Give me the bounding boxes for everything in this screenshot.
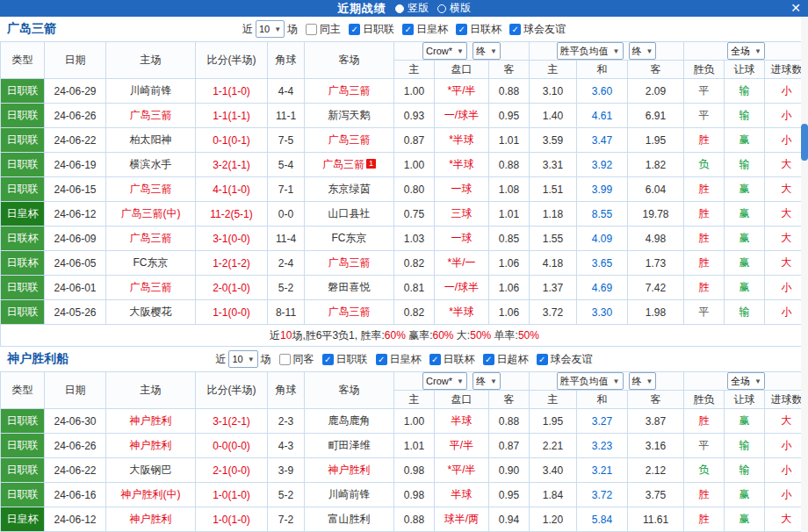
cell-result: 胜 [684,507,725,532]
league-label: 日皇杯 [416,22,448,37]
avg-final-select[interactable]: 终▼ [629,372,657,390]
recent-count-select[interactable]: 10▼ [228,350,257,368]
cell-handicap: *半/一 [435,251,489,276]
cell-odds-home: 0.88 [394,507,435,532]
home-team-name: 川崎前锋 [130,84,172,97]
cell-avg-away: 1.73 [628,251,684,276]
league-checkbox[interactable]: ✓ [456,24,467,35]
cell-odds-home: 1.01 [394,434,435,458]
cell-away-team: 町田泽维 [305,434,394,458]
cell-avg-away: 7.42 [628,276,684,300]
avg-type-select[interactable]: 胜平负均值▼ [557,372,624,390]
cell-league-type: 日职联 [1,458,45,483]
col-header: 客场 [305,372,394,409]
cell-corners: 7-2 [268,507,305,532]
home-team-name: 广岛三箭(中) [121,207,181,219]
cell-handicap-result: 输 [725,434,765,458]
summary-segment: 60% [433,329,454,341]
cell-handicap-result: 输 [725,153,765,177]
league-checkbox[interactable]: ✓ [402,24,414,35]
cell-handicap-result: 输 [725,104,765,128]
home-team-name: 神户胜利 [130,513,172,525]
cell-home-team: 广岛三箭(中) [106,202,196,226]
same-side-checkbox[interactable] [306,24,317,35]
cell-handicap: *半球 [435,128,489,153]
cell-corners: 5-2 [268,483,305,507]
avg-final-select[interactable]: 终▼ [629,42,657,60]
radio-vertical-label: 竖版 [408,1,429,16]
cell-home-team: FC东京 [106,251,196,276]
league-filter-5[interactable]: ✓球会友谊 [537,352,593,367]
cell-avg-draw: 3.23 [577,434,628,458]
cell-score: 3-2(1-1) [196,153,268,177]
league-filter-2[interactable]: ✓日皇杯 [376,352,422,367]
cell-odds-home: 0.80 [394,177,435,202]
cell-avg-home: 1.18 [530,202,577,226]
odds-final-select[interactable]: 终▼ [473,42,501,60]
league-checkbox[interactable]: ✓ [376,354,387,365]
cell-home-team: 大阪樱花 [106,300,196,325]
layout-radio-horizontal[interactable]: 横版 [437,1,471,16]
close-icon[interactable]: ✕ [790,1,801,16]
league-filter-3[interactable]: ✓日联杯 [429,352,475,367]
league-filter-2[interactable]: ✓日皇杯 [402,22,448,37]
table-row: 日联杯24-06-09广岛三箭3-1(0-0)11-4FC东京1.03一球0.8… [1,226,808,251]
cell-avg-draw: 3.72 [577,483,628,507]
cell-avg-home: 3.10 [530,79,577,104]
cell-date: 24-06-05 [45,251,106,276]
same-side-checkbox[interactable] [279,354,291,365]
cell-avg-home: 1.55 [530,226,577,251]
cell-score: 1-1(0-0) [196,300,268,325]
sub-col-header: 盘口 [435,61,489,79]
same-side-filter[interactable]: 同客 [279,352,314,367]
radio-selected-icon [395,4,404,13]
league-filter-1[interactable]: ✓日职联 [322,352,368,367]
league-filter-3[interactable]: ✓日联杯 [456,22,501,37]
league-filter-4[interactable]: ✓球会友谊 [509,22,566,37]
col-header: 日期 [45,372,106,409]
league-checkbox[interactable]: ✓ [429,354,441,365]
cell-score: 11-2(5-1) [196,202,268,226]
league-checkbox[interactable]: ✓ [509,24,521,35]
league-checkbox[interactable]: ✓ [537,354,548,365]
cell-avg-home: 3.59 [530,128,577,153]
odds-company-select[interactable]: Crow*▼ [422,372,467,390]
cell-avg-draw: 3.47 [577,128,628,153]
recent-count-select[interactable]: 10▼ [256,20,285,38]
scope-select-arrow-icon: ▼ [754,47,761,55]
cell-league-type: 日皇杯 [1,202,45,226]
cell-avg-home: 3.72 [530,300,577,325]
cell-odds-home: 1.03 [394,226,435,251]
layout-radio-vertical[interactable]: 竖版 [395,1,429,16]
cell-handicap-result: 赢 [725,226,765,251]
summary-segment: 单率: [491,329,518,341]
scope-select-value: 全场 [731,45,750,58]
league-filter-4[interactable]: ✓日超杯 [483,352,529,367]
avg-type-select[interactable]: 胜平负均值▼ [557,42,624,60]
cell-result: 平 [684,79,725,104]
scrollbar[interactable] [801,17,808,532]
cell-home-team: 川崎前锋 [106,79,196,104]
same-side-filter[interactable]: 同主 [306,22,341,37]
league-checkbox[interactable]: ✓ [483,354,494,365]
league-checkbox[interactable]: ✓ [322,354,334,365]
league-checkbox[interactable]: ✓ [349,24,360,35]
league-filter-1[interactable]: ✓日职联 [349,22,394,37]
cell-handicap-result: 赢 [725,177,765,202]
cell-odds-home: 0.82 [394,300,435,325]
cell-league-type: 日职联 [1,104,45,128]
scope-select[interactable]: 全场▼ [727,42,765,60]
odds-company-select[interactable]: Crow*▼ [422,42,467,60]
avg-final-select-arrow-icon: ▼ [646,47,653,55]
cell-handicap: *平/半 [435,458,489,483]
avg-final-select-value: 终 [632,45,642,58]
scrollbar-thumb[interactable] [801,124,808,161]
cell-score: 3-1(2-1) [196,409,268,434]
sub-col-header: 让球 [725,61,765,79]
cell-home-team: 广岛三箭 [106,226,196,251]
odds-final-select[interactable]: 终▼ [473,372,501,390]
col-header: 比分(半场) [196,42,268,79]
cell-handicap: 三球 [435,202,489,226]
cell-odds-away: 0.95 [489,483,530,507]
scope-select[interactable]: 全场▼ [727,372,765,390]
